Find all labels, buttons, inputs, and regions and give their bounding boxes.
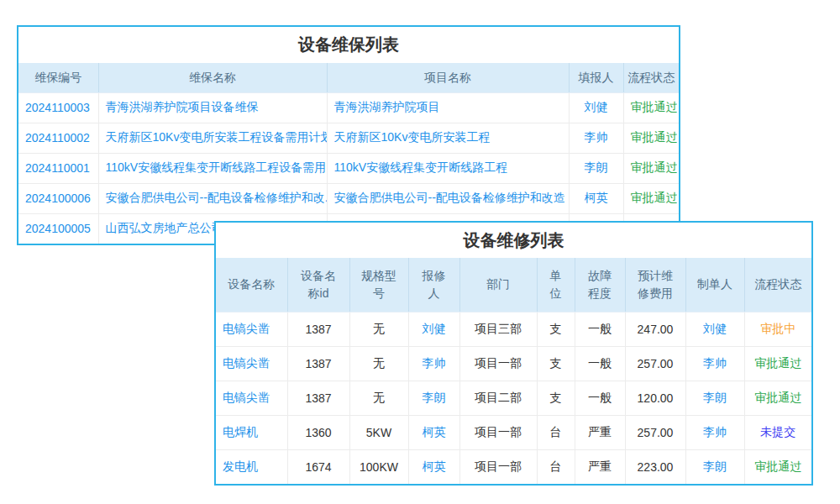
project-name-link[interactable]: 110kV安徽线程集变开断线路工程	[327, 153, 569, 183]
col-header-project-name: 项目名称	[327, 63, 569, 92]
cost-cell: 223.00	[625, 449, 685, 484]
filler-link[interactable]: 李朗	[569, 153, 623, 183]
device-id-cell: 1360	[287, 415, 349, 449]
status-badge: 审批通过	[744, 346, 811, 381]
unit-cell: 支	[537, 346, 575, 381]
device-name-link[interactable]: 发电机	[216, 449, 287, 484]
cost-cell: 257.00	[625, 415, 685, 449]
maintenance-name-link[interactable]: 安徽合肥供电公司--配电设备检修维护和改...	[98, 183, 327, 213]
status-badge: 未提交	[744, 415, 811, 449]
col-header-model: 规格型 号	[349, 258, 408, 312]
filler-link[interactable]: 刘健	[569, 92, 623, 123]
unit-cell: 支	[537, 381, 575, 415]
department-cell: 项目一部	[459, 415, 537, 449]
creator-link[interactable]: 李朗	[685, 449, 744, 484]
creator-link[interactable]: 刘健	[685, 312, 744, 346]
device-id-cell: 1387	[287, 381, 349, 415]
device-id-cell: 1387	[287, 312, 349, 346]
status-badge: 审批通过	[623, 123, 679, 153]
table-row: 2024110001 110kV安徽线程集变开断线路工程设备需用... 110k…	[18, 153, 679, 183]
cost-cell: 247.00	[625, 312, 685, 346]
unit-cell: 支	[537, 312, 575, 346]
maintenance-no-link[interactable]: 2024110003	[18, 92, 98, 123]
creator-link[interactable]: 李帅	[685, 346, 744, 381]
reporter-link[interactable]: 柯英	[408, 415, 459, 449]
col-header-device-name: 设备名称	[216, 258, 287, 312]
creator-link[interactable]: 李帅	[685, 415, 744, 449]
repair-header-row: 设备名称 设备名 称id 规格型 号 报修 人 部门 单 位 故障 程度 预计维…	[216, 258, 811, 312]
model-cell: 无	[349, 346, 408, 381]
col-header-maintenance-no: 维保编号	[18, 63, 98, 92]
project-name-link[interactable]: 青海洪湖养护院项目	[327, 92, 569, 123]
repair-table: 设备名称 设备名 称id 规格型 号 报修 人 部门 单 位 故障 程度 预计维…	[216, 258, 811, 484]
unit-cell: 台	[537, 415, 575, 449]
maintenance-list-card: 设备维保列表 维保编号 维保名称 项目名称 填报人 流程状态 202411000…	[17, 25, 680, 245]
table-row: 电镐尖凿 1387 无 刘健 项目三部 支 一般 247.00 刘健 审批中	[216, 312, 811, 346]
filler-link[interactable]: 柯英	[569, 183, 623, 213]
cost-cell: 120.00	[625, 381, 685, 415]
device-name-link[interactable]: 电镐尖凿	[216, 381, 287, 415]
device-name-link[interactable]: 电焊机	[216, 415, 287, 449]
device-name-link[interactable]: 电镐尖凿	[216, 346, 287, 381]
table-row: 2024110003 青海洪湖养护院项目设备维保 青海洪湖养护院项目 刘健 审批…	[18, 92, 679, 123]
maintenance-name-link[interactable]: 天府新区10Kv变电所安装工程设备需用计划	[98, 123, 327, 153]
col-header-creator: 制单人	[685, 258, 744, 312]
department-cell: 项目二部	[459, 381, 537, 415]
model-cell: 100KW	[349, 449, 408, 484]
severity-cell: 一般	[575, 346, 625, 381]
severity-cell: 严重	[575, 415, 625, 449]
department-cell: 项目一部	[459, 346, 537, 381]
project-name-link[interactable]: 天府新区10Kv变电所安装工程	[327, 123, 569, 153]
device-name-link[interactable]: 电镐尖凿	[216, 312, 287, 346]
table-row: 电镐尖凿 1387 无 李朗 项目二部 支 一般 120.00 李朗 审批通过	[216, 381, 811, 415]
department-cell: 项目三部	[459, 312, 537, 346]
maintenance-name-link[interactable]: 110kV安徽线程集变开断线路工程设备需用...	[98, 153, 327, 183]
filler-link[interactable]: 李帅	[569, 123, 623, 153]
table-row: 发电机 1674 100KW 柯英 项目一部 台 严重 223.00 李朗 审批…	[216, 449, 811, 484]
device-id-cell: 1387	[287, 346, 349, 381]
status-badge: 审批通过	[623, 92, 679, 123]
model-cell: 无	[349, 381, 408, 415]
maintenance-header-row: 维保编号 维保名称 项目名称 填报人 流程状态	[18, 63, 679, 92]
severity-cell: 一般	[575, 381, 625, 415]
maintenance-list-title: 设备维保列表	[18, 27, 679, 63]
severity-cell: 严重	[575, 449, 625, 484]
status-badge: 审批中	[744, 312, 811, 346]
reporter-link[interactable]: 李朗	[408, 381, 459, 415]
maintenance-table: 维保编号 维保名称 项目名称 填报人 流程状态 2024110003 青海洪湖养…	[18, 63, 679, 244]
repair-list-card: 设备维修列表 设备名称 设备名 称id 规格型 号 报修 人 部门 单 位 故障…	[214, 221, 813, 486]
maintenance-name-link[interactable]: 青海洪湖养护院项目设备维保	[98, 92, 327, 123]
table-row: 2024100006 安徽合肥供电公司--配电设备检修维护和改... 安徽合肥供…	[18, 183, 679, 213]
department-cell: 项目一部	[459, 449, 537, 484]
model-cell: 5KW	[349, 415, 408, 449]
col-header-status: 流程状态	[623, 63, 679, 92]
table-row: 2024110002 天府新区10Kv变电所安装工程设备需用计划 天府新区10K…	[18, 123, 679, 153]
col-header-department: 部门	[459, 258, 537, 312]
creator-link[interactable]: 李朗	[685, 381, 744, 415]
unit-cell: 台	[537, 449, 575, 484]
device-id-cell: 1674	[287, 449, 349, 484]
col-header-reporter: 报修 人	[408, 258, 459, 312]
table-row: 电镐尖凿 1387 无 李帅 项目一部 支 一般 257.00 李帅 审批通过	[216, 346, 811, 381]
model-cell: 无	[349, 312, 408, 346]
col-header-status: 流程状态	[744, 258, 811, 312]
maintenance-no-link[interactable]: 2024100006	[18, 183, 98, 213]
maintenance-no-link[interactable]: 2024110001	[18, 153, 98, 183]
project-name-link[interactable]: 安徽合肥供电公司--配电设备检修维护和改造	[327, 183, 569, 213]
col-header-estimated-cost: 预计维 修费用	[625, 258, 685, 312]
maintenance-no-link[interactable]: 2024100005	[18, 213, 98, 244]
status-badge: 审批通过	[744, 381, 811, 415]
status-badge: 审批通过	[623, 183, 679, 213]
table-row: 电焊机 1360 5KW 柯英 项目一部 台 严重 257.00 李帅 未提交	[216, 415, 811, 449]
status-badge: 审批通过	[744, 449, 811, 484]
status-badge: 审批通过	[623, 153, 679, 183]
reporter-link[interactable]: 刘健	[408, 312, 459, 346]
col-header-maintenance-name: 维保名称	[98, 63, 327, 92]
reporter-link[interactable]: 李帅	[408, 346, 459, 381]
col-header-unit: 单 位	[537, 258, 575, 312]
cost-cell: 257.00	[625, 346, 685, 381]
severity-cell: 一般	[575, 312, 625, 346]
page-background: 设备维保列表 维保编号 维保名称 项目名称 填报人 流程状态 202411000…	[0, 0, 840, 504]
reporter-link[interactable]: 柯英	[408, 449, 459, 484]
maintenance-no-link[interactable]: 2024110002	[18, 123, 98, 153]
